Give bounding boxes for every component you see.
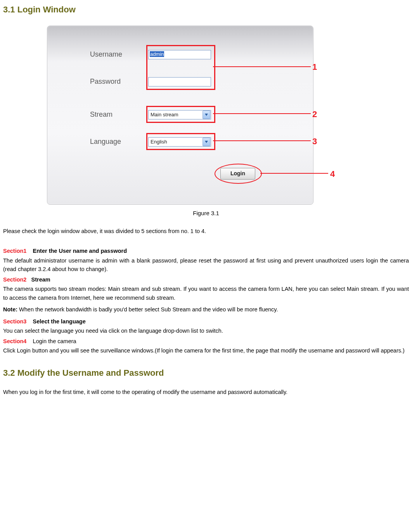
stream-value: Main stream [151,111,178,119]
section2-title: Stream [31,276,50,283]
login-button[interactable]: Login [220,168,255,180]
language-select[interactable]: English [148,137,211,147]
password-label: Password [90,76,148,87]
language-label: Language [90,136,148,147]
heading-3-2: 3.2 Modify the Username and Password [3,366,409,380]
chevron-down-icon [203,138,210,146]
stream-select[interactable]: Main stream [148,110,211,119]
body-3-2: When you log in for the first time, it w… [3,388,409,396]
section4-title: Login the camera [33,338,76,344]
section2-heading: Section2 Stream [3,275,409,284]
callout-number-2: 2 [312,108,317,121]
section4-heading: Section4 Login the camera [3,337,409,345]
intro-text: Please check the login window above, it … [3,227,409,235]
figure-caption: Figure 3.1 [3,209,409,218]
section3-title: Select the language [33,318,86,325]
callout-number-4: 4 [330,168,335,181]
callout-line-2 [213,113,311,114]
note-body: When the network bandwidth is badly you'… [17,306,278,313]
login-button-label: Login [230,169,245,178]
section2-tag: Section2 [3,276,26,283]
section1-heading: Section1 Enter the User name and passwor… [3,247,409,255]
callout-line-4 [260,173,328,174]
section3-tag: Section3 [3,318,26,325]
language-value: English [151,138,167,146]
section1-body: The default administrator username is ad… [3,256,409,274]
username-input[interactable]: admin [148,50,211,59]
section3-body: You can select the language you need via… [3,326,409,335]
callout-line-3 [213,140,311,141]
note-line: Note: When the network bandwidth is badl… [3,305,409,314]
callout-line-1 [213,66,311,67]
username-label: Username [90,49,148,60]
password-input[interactable] [148,77,211,86]
callout-number-3: 3 [312,135,317,148]
section4-tag: Section4 [3,338,26,344]
callout-number-1: 1 [312,60,317,74]
section4-body: Click Login button and you will see the … [3,346,409,355]
section1-title: Enter the User name and password [33,248,127,254]
figure-3-1: Username admin Password Stream Main stre… [47,26,365,205]
note-label: Note: [3,306,17,313]
heading-3-1: 3.1 Login Window [3,3,409,16]
section2-body: The camera supports two stream modes: Ma… [3,285,409,302]
username-value: admin [150,51,164,57]
section1-tag: Section1 [3,248,26,254]
section3-heading: Section3 Select the language [3,317,409,326]
chevron-down-icon [203,111,210,119]
stream-label: Stream [90,109,148,120]
login-panel: Username admin Password Stream Main stre… [47,26,313,205]
